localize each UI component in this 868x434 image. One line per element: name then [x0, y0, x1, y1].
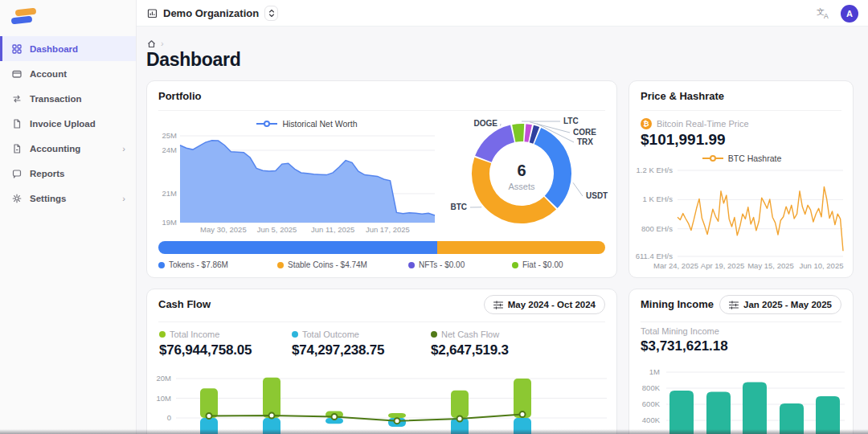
home-icon[interactable]	[147, 39, 156, 48]
svg-text:TRX: TRX	[577, 137, 593, 146]
stacked-bar-stable-coins	[437, 241, 605, 254]
stacked-bar-tokens	[158, 241, 437, 254]
language-icon[interactable]: 文A	[817, 7, 831, 20]
mining-total-value: $3,731,621.18	[641, 338, 728, 354]
btc-price-label: Bitcoin Real-Time Price	[657, 119, 749, 129]
svg-text:CORE: CORE	[573, 128, 596, 137]
stat-label: Net Cash Flow	[441, 330, 499, 339]
sidebar-item-settings[interactable]: Settings ›	[0, 186, 136, 211]
networth-area-chart: 25M24M21M19MMay 30, 2025Jun 5, 2025Jun 1…	[158, 128, 439, 235]
svg-text:800K: 800K	[642, 383, 661, 392]
divider	[158, 321, 605, 322]
allocation-legend-label: Tokens - $7.86M	[169, 260, 228, 269]
allocation-legend-item: Tokens - $7.86M	[158, 260, 228, 269]
outcome-dot-icon	[292, 331, 298, 338]
topbar: Demo Organization 文A A	[137, 0, 868, 27]
sidebar-item-transaction[interactable]: Transaction	[0, 86, 136, 111]
allocation-legend-label: Stable Coins - $4.74M	[288, 260, 367, 269]
btc-hashrate-line-chart: 1.2 K EH/s1 K EH/s800 EH/s611.4 EH/sMar …	[636, 163, 848, 274]
nfts-dot-icon	[408, 262, 415, 268]
svg-text:1M: 1M	[649, 367, 660, 376]
sidebar-item-invoice-upload[interactable]: Invoice Upload	[0, 111, 136, 136]
allocation-stacked-bar	[158, 241, 605, 254]
sidebar-item-label: Reports	[30, 169, 64, 178]
breadcrumb: ›	[147, 39, 164, 48]
file-icon	[12, 144, 22, 154]
btc-price-value: $101,991.99	[641, 131, 726, 149]
stat-label: Total Income	[170, 330, 219, 339]
allocation-legend-label: Fiat - $0.00	[522, 260, 563, 269]
line-legend-marker-icon	[256, 121, 277, 128]
net-dot-icon	[431, 331, 437, 338]
sidebar-item-label: Invoice Upload	[30, 119, 96, 129]
org-select-toggle[interactable]	[264, 6, 278, 21]
svg-text:19M: 19M	[162, 218, 178, 227]
svg-text:BTC: BTC	[450, 203, 467, 211]
svg-text:Jun 17, 2025: Jun 17, 2025	[366, 225, 410, 234]
app-logo[interactable]	[10, 7, 38, 27]
svg-text:A: A	[824, 12, 829, 20]
sidebar-item-label: Settings	[30, 194, 66, 203]
mining-income-card: Mining Income Jan 2025 - May 2025 Total …	[628, 289, 854, 434]
stat-total-outcome: Total Outcome $74,297,238.75	[292, 330, 384, 358]
organization-icon	[147, 8, 158, 18]
stat-value: $74,297,238.75	[292, 342, 384, 358]
svg-text:1 K EH/s: 1 K EH/s	[643, 194, 674, 203]
svg-text:21M: 21M	[162, 189, 178, 198]
chevron-right-icon: ›	[122, 194, 125, 203]
svg-text:0: 0	[167, 413, 171, 422]
svg-text:Jun 10, 2025: Jun 10, 2025	[800, 261, 844, 270]
sidebar-item-account[interactable]: Account	[0, 61, 136, 86]
sidebar-item-accounting[interactable]: Accounting ›	[0, 136, 136, 161]
tokens-dot-icon	[158, 262, 165, 268]
org-name: Demo Organization	[163, 7, 259, 19]
cash-flow-date-range-button[interactable]: May 2024 - Oct 2024	[484, 295, 605, 314]
allocation-legend-item: Stable Coins - $4.74M	[277, 260, 367, 269]
sidebar-item-dashboard[interactable]: Dashboard	[0, 36, 136, 61]
sidebar-item-label: Transaction	[30, 94, 82, 104]
svg-text:6: 6	[517, 162, 526, 179]
divider	[641, 321, 841, 322]
svg-text:LTC: LTC	[563, 117, 579, 125]
svg-text:Jun 11, 2025: Jun 11, 2025	[311, 225, 354, 234]
mining-date-range-button[interactable]: Jan 2025 - May 2025	[719, 295, 841, 314]
svg-text:20M: 20M	[157, 374, 172, 383]
bottom-shade	[0, 429, 868, 434]
app-screen: Dashboard Account Transaction Invoice Up…	[0, 0, 868, 434]
report-icon	[12, 169, 22, 178]
stat-total-income: Total Income $76,944,758.05	[159, 330, 252, 358]
divider	[641, 110, 841, 111]
sidebar-item-reports[interactable]: Reports	[0, 161, 136, 186]
svg-text:Jun 5, 2025: Jun 5, 2025	[257, 225, 297, 234]
mining-total-label: Total Mining Income	[641, 326, 719, 336]
svg-text:400K: 400K	[642, 416, 661, 424]
stat-label: Total Outcome	[302, 330, 359, 339]
date-range-label: May 2024 - Oct 2024	[508, 300, 596, 309]
allocation-legend-item: Fiat - $0.00	[512, 260, 563, 269]
stat-value: $2,647,519.3	[431, 342, 509, 358]
chevron-right-icon: ›	[122, 144, 125, 154]
asset-allocation-donut-chart: LTCCORETRXUSDTBTCDOGE6Assets	[433, 112, 615, 244]
portfolio-card-title: Portfolio	[158, 90, 201, 102]
price-hashrate-card: Price & Hashrate ₿ Bitcoin Real-Time Pri…	[628, 80, 854, 278]
sidebar-nav: Dashboard Account Transaction Invoice Up…	[0, 36, 136, 211]
sidebar-item-label: Accounting	[30, 144, 80, 154]
transfer-icon	[12, 94, 22, 104]
logo-bar-blue	[11, 16, 33, 25]
logo-bar-orange	[15, 8, 37, 17]
svg-text:24M: 24M	[162, 145, 178, 154]
svg-text:600K: 600K	[642, 399, 661, 408]
org-switcher[interactable]: Demo Organization	[147, 0, 278, 27]
cash-flow-card: Cash Flow May 2024 - Oct 2024 Total Inco…	[146, 289, 617, 434]
mining-income-bar-chart: 1M800K600K400K	[629, 366, 854, 434]
svg-text:USDT: USDT	[586, 191, 608, 200]
hashrate-legend: BTC Hashrate	[629, 154, 854, 163]
avatar[interactable]: A	[841, 5, 858, 23]
allocation-legend-item: NFTs - $0.00	[408, 260, 465, 269]
svg-text:1.2 K EH/s: 1.2 K EH/s	[637, 166, 674, 174]
line-legend-marker-icon	[702, 155, 723, 162]
chevron-up-down-icon	[268, 9, 275, 18]
mining-card-title: Mining Income	[641, 298, 714, 310]
date-range-label: Jan 2025 - May 2025	[743, 300, 832, 309]
cash-flow-bar-chart: 20M10M0-10M-20M	[147, 366, 618, 434]
